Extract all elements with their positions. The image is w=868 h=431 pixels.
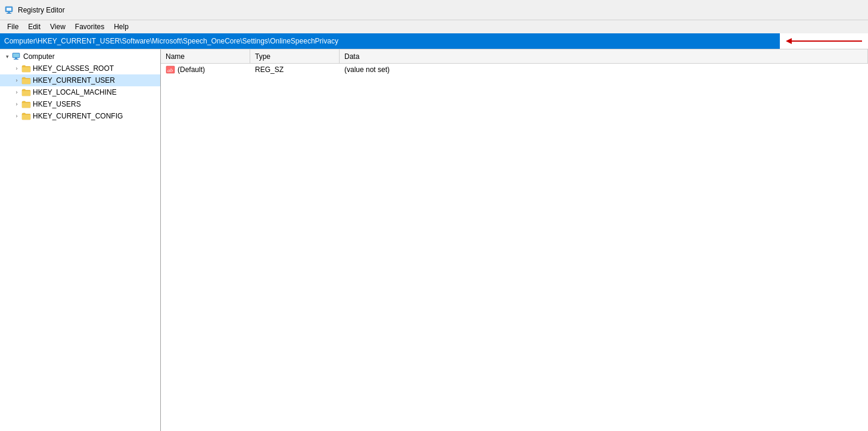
expander-hkey-classes-root[interactable] [12,64,21,73]
main-content: Computer HKEY_CLASSES_ROOT [0,49,868,431]
computer-icon [12,52,21,61]
folder-icon-hkey-users [21,99,31,109]
tree-item-computer[interactable]: Computer [0,51,160,63]
red-arrow-svg [785,37,868,45]
expander-hkey-current-user[interactable] [12,76,21,85]
expander-hkey-current-config[interactable] [12,111,21,121]
value-name-default: (Default) [178,65,205,74]
address-input[interactable] [0,33,780,49]
details-panel: Name Type Data ab (Default) REG_SZ (valu… [161,49,868,431]
col-header-type: Type [250,49,340,63]
svg-text:ab: ab [167,67,173,73]
tree-label-hkey-classes-root: HKEY_CLASSES_ROOT [33,64,114,73]
tree-item-hkey-current-config[interactable]: HKEY_CURRENT_CONFIG [0,110,160,122]
tree-label-hkey-current-user: HKEY_CURRENT_USER [33,76,115,85]
cell-data-default: (value not set) [340,64,868,75]
menu-edit[interactable]: Edit [23,21,45,32]
menu-bar: File Edit View Favorites Help [0,20,868,33]
tree-label-hkey-users: HKEY_USERS [33,100,81,108]
arrow-annotation [785,37,868,45]
svg-rect-3 [7,13,11,14]
col-header-name: Name [161,49,250,63]
expander-computer[interactable] [2,52,12,61]
app-title: Registry Editor [18,6,65,14]
tree-panel[interactable]: Computer HKEY_CLASSES_ROOT [0,49,161,431]
menu-help[interactable]: Help [109,21,133,32]
col-header-data: Data [340,49,868,63]
folder-icon-hkey-current-user [21,76,31,85]
cell-type-default: REG_SZ [250,64,340,75]
svg-rect-9 [14,59,18,60]
tree-item-hkey-local-machine[interactable]: HKEY_LOCAL_MACHINE [0,86,160,98]
menu-file[interactable]: File [2,21,23,32]
svg-marker-5 [786,38,792,44]
reg-value-icon: ab [166,65,175,74]
svg-rect-2 [8,12,10,13]
cell-name-default: ab (Default) [161,64,250,75]
folder-icon-hkey-local-machine [21,88,31,97]
folder-icon-hkey-classes-root [21,64,31,73]
expander-hkey-users[interactable] [12,99,21,109]
menu-view[interactable]: View [45,21,70,32]
folder-icon-hkey-current-config [21,111,31,121]
tree-item-hkey-current-user[interactable]: HKEY_CURRENT_USER [0,74,160,86]
app-icon [5,5,14,15]
tree-label-hkey-local-machine: HKEY_LOCAL_MACHINE [33,88,117,96]
tree-label-hkey-current-config: HKEY_CURRENT_CONFIG [33,112,123,120]
tree-label-computer: Computer [23,52,55,61]
address-bar [0,33,868,49]
table-row[interactable]: ab (Default) REG_SZ (value not set) [161,64,868,76]
tree-item-hkey-classes-root[interactable]: HKEY_CLASSES_ROOT [0,63,160,74]
svg-rect-7 [13,54,19,57]
svg-rect-1 [7,8,11,11]
title-bar: Registry Editor [0,0,868,20]
svg-rect-8 [15,58,17,59]
tree-item-hkey-users[interactable]: HKEY_USERS [0,98,160,110]
menu-favorites[interactable]: Favorites [70,21,109,32]
details-header: Name Type Data [161,49,868,64]
expander-hkey-local-machine[interactable] [12,88,21,97]
